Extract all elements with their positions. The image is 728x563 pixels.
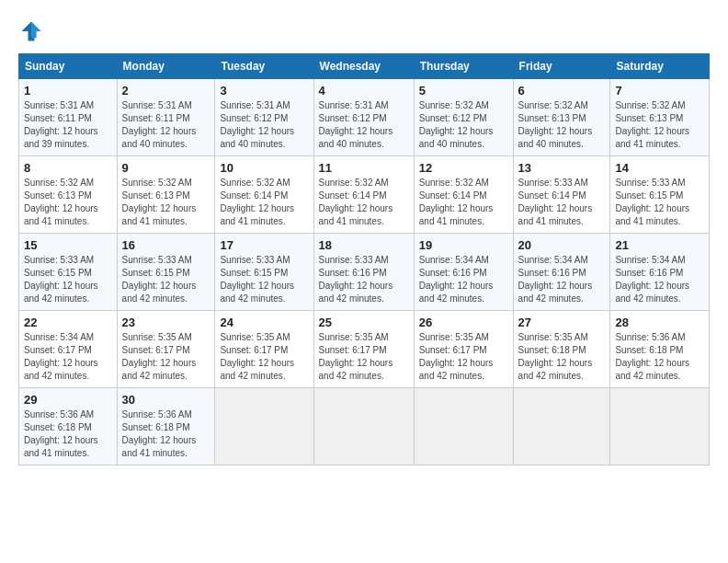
calendar-header-row: Sunday Monday Tuesday Wednesday Thursday…: [19, 54, 710, 79]
col-sunday: Sunday: [19, 54, 118, 79]
table-row: 2Sunrise: 5:31 AM Sunset: 6:11 PM Daylig…: [117, 79, 215, 156]
table-row: 8Sunrise: 5:32 AM Sunset: 6:13 PM Daylig…: [19, 156, 118, 234]
table-row: 12Sunrise: 5:32 AM Sunset: 6:14 PM Dayli…: [414, 156, 513, 234]
table-row: 23Sunrise: 5:35 AM Sunset: 6:17 PM Dayli…: [117, 311, 215, 388]
table-row: 28Sunrise: 5:36 AM Sunset: 6:18 PM Dayli…: [610, 311, 710, 388]
table-row: [414, 388, 513, 465]
table-row: 17Sunrise: 5:33 AM Sunset: 6:15 PM Dayli…: [215, 234, 313, 311]
calendar-week-2: 8Sunrise: 5:32 AM Sunset: 6:13 PM Daylig…: [19, 156, 710, 234]
calendar-week-4: 22Sunrise: 5:34 AM Sunset: 6:17 PM Dayli…: [19, 311, 710, 388]
table-row: 9Sunrise: 5:32 AM Sunset: 6:13 PM Daylig…: [117, 156, 215, 234]
table-row: 14Sunrise: 5:33 AM Sunset: 6:15 PM Dayli…: [610, 156, 710, 234]
logo-icon: [18, 18, 44, 44]
table-row: [215, 388, 313, 465]
col-monday: Monday: [117, 54, 215, 79]
calendar-week-1: 1Sunrise: 5:31 AM Sunset: 6:11 PM Daylig…: [19, 79, 710, 156]
table-row: 20Sunrise: 5:34 AM Sunset: 6:16 PM Dayli…: [513, 234, 610, 311]
table-row: 16Sunrise: 5:33 AM Sunset: 6:15 PM Dayli…: [117, 234, 215, 311]
table-row: 30Sunrise: 5:36 AM Sunset: 6:18 PM Dayli…: [117, 388, 215, 465]
col-tuesday: Tuesday: [215, 54, 313, 79]
page-header: [18, 18, 710, 44]
table-row: 22Sunrise: 5:34 AM Sunset: 6:17 PM Dayli…: [19, 311, 118, 388]
table-row: 15Sunrise: 5:33 AM Sunset: 6:15 PM Dayli…: [19, 234, 118, 311]
table-row: 11Sunrise: 5:32 AM Sunset: 6:14 PM Dayli…: [313, 156, 414, 234]
col-thursday: Thursday: [414, 54, 513, 79]
calendar-table: Sunday Monday Tuesday Wednesday Thursday…: [18, 53, 710, 465]
table-row: 19Sunrise: 5:34 AM Sunset: 6:16 PM Dayli…: [414, 234, 513, 311]
table-row: 3Sunrise: 5:31 AM Sunset: 6:12 PM Daylig…: [215, 79, 313, 156]
table-row: [610, 388, 710, 465]
table-row: 24Sunrise: 5:35 AM Sunset: 6:17 PM Dayli…: [215, 311, 313, 388]
table-row: 4Sunrise: 5:31 AM Sunset: 6:12 PM Daylig…: [313, 79, 414, 156]
table-row: [513, 388, 610, 465]
col-friday: Friday: [513, 54, 610, 79]
table-row: 29Sunrise: 5:36 AM Sunset: 6:18 PM Dayli…: [19, 388, 118, 465]
calendar-week-3: 15Sunrise: 5:33 AM Sunset: 6:15 PM Dayli…: [19, 234, 710, 311]
table-row: [313, 388, 414, 465]
col-saturday: Saturday: [610, 54, 710, 79]
table-row: 18Sunrise: 5:33 AM Sunset: 6:16 PM Dayli…: [313, 234, 414, 311]
table-row: 7Sunrise: 5:32 AM Sunset: 6:13 PM Daylig…: [610, 79, 710, 156]
col-wednesday: Wednesday: [313, 54, 414, 79]
table-row: 1Sunrise: 5:31 AM Sunset: 6:11 PM Daylig…: [19, 79, 118, 156]
table-row: 13Sunrise: 5:33 AM Sunset: 6:14 PM Dayli…: [513, 156, 610, 234]
table-row: 6Sunrise: 5:32 AM Sunset: 6:13 PM Daylig…: [513, 79, 610, 156]
table-row: 5Sunrise: 5:32 AM Sunset: 6:12 PM Daylig…: [414, 79, 513, 156]
calendar-body: 1Sunrise: 5:31 AM Sunset: 6:11 PM Daylig…: [19, 79, 710, 465]
table-row: 26Sunrise: 5:35 AM Sunset: 6:17 PM Dayli…: [414, 311, 513, 388]
table-row: 10Sunrise: 5:32 AM Sunset: 6:14 PM Dayli…: [215, 156, 313, 234]
table-row: 21Sunrise: 5:34 AM Sunset: 6:16 PM Dayli…: [610, 234, 710, 311]
table-row: 25Sunrise: 5:35 AM Sunset: 6:17 PM Dayli…: [313, 311, 414, 388]
logo: [18, 18, 48, 44]
table-row: 27Sunrise: 5:35 AM Sunset: 6:18 PM Dayli…: [513, 311, 610, 388]
calendar-week-5: 29Sunrise: 5:36 AM Sunset: 6:18 PM Dayli…: [19, 388, 710, 465]
